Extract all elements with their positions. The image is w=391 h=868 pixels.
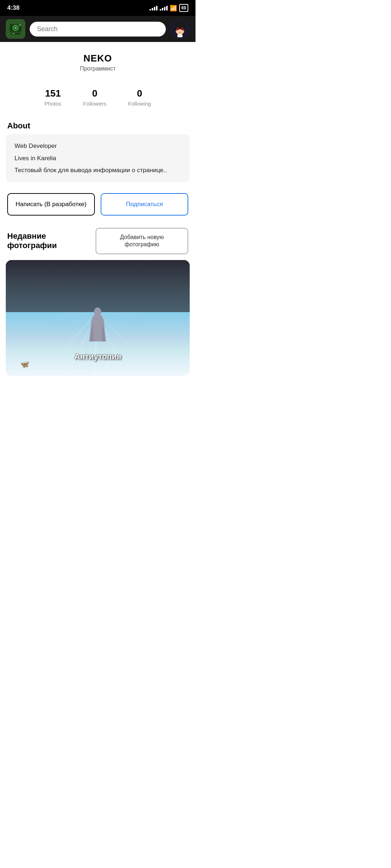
about-card: Web Developer Lives in Karelia Тестовый …: [6, 134, 190, 182]
about-line-2: Lives in Karelia: [14, 154, 181, 163]
top-nav: [0, 16, 196, 42]
app-logo[interactable]: [6, 19, 25, 39]
following-count: 0: [128, 88, 151, 99]
followers-count: 0: [83, 88, 106, 99]
stat-followers[interactable]: 0 Followers: [83, 88, 106, 107]
svg-point-17: [182, 30, 184, 31]
svg-point-3: [14, 27, 17, 29]
stat-photos: 151 Photos: [45, 88, 62, 107]
profile-subtitle: Программист: [7, 65, 188, 72]
following-label: Following: [128, 101, 151, 107]
battery-indicator: 69: [179, 4, 188, 12]
message-button[interactable]: Написать (В разработке): [7, 193, 95, 216]
svg-point-16: [176, 30, 178, 31]
profile-name: NEKO: [7, 53, 188, 64]
action-buttons: Написать (В разработке) Подписаться: [0, 190, 196, 224]
status-icons: 📶 69: [150, 4, 188, 12]
subscribe-button[interactable]: Подписаться: [101, 193, 188, 216]
about-line-1: Web Developer: [14, 141, 181, 151]
dark-sky-area: [6, 260, 190, 312]
svg-point-15: [182, 28, 183, 30]
status-time: 4:38: [7, 4, 20, 12]
stats-row: 151 Photos 0 Followers 0 Following: [0, 79, 196, 115]
signal-bars-2: [160, 6, 168, 10]
svg-rect-6: [12, 33, 15, 34]
svg-point-4: [19, 24, 21, 26]
wifi-icon: 📶: [170, 5, 177, 12]
about-line-3: Тестовый блок для вывода информации о ст…: [14, 166, 181, 175]
add-photo-button[interactable]: Добавить новую фотографию: [96, 228, 188, 255]
photo-card[interactable]: Антиутопия 🦋: [6, 260, 190, 376]
search-container[interactable]: [30, 22, 166, 37]
svg-point-14: [177, 28, 178, 30]
about-section-title: About: [0, 115, 196, 134]
followers-label: Followers: [83, 101, 106, 107]
recent-photos-title: Недавние фотографии: [7, 231, 96, 251]
recent-photos-header: Недавние фотографии Добавить новую фотог…: [0, 224, 196, 260]
photo-caption: Антиутопия: [74, 352, 121, 361]
photo-background: Антиутопия 🦋: [6, 260, 190, 376]
photos-label: Photos: [45, 101, 62, 107]
app-logo-icon: [8, 21, 24, 37]
photos-count: 151: [45, 88, 62, 99]
status-bar: 4:38 📶 69: [0, 0, 196, 16]
signal-bars-1: [150, 6, 157, 10]
stat-following[interactable]: 0 Following: [128, 88, 151, 107]
search-input[interactable]: [37, 25, 159, 33]
avatar-image: [170, 19, 190, 39]
figure-silhouette-icon: [88, 305, 108, 345]
profile-section: NEKO Программист: [0, 42, 196, 79]
user-avatar[interactable]: [170, 19, 190, 39]
